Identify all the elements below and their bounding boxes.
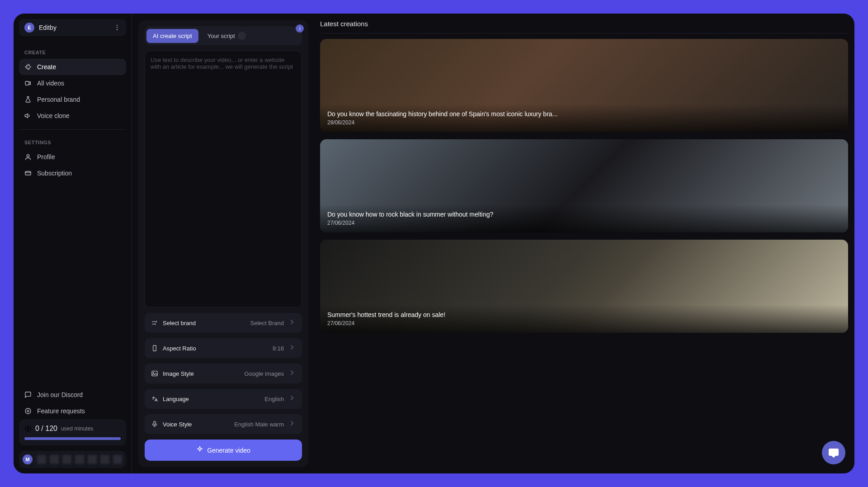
app-window: E Editby CREATE Create All videos Person… [14,14,854,473]
creation-card[interactable]: Do you know the fascinating history behi… [320,39,848,132]
creation-date: 28/06/2024 [327,119,841,126]
nav-label: Subscription [37,170,72,177]
chevron-right-icon [288,369,296,378]
video-icon [24,80,32,87]
option-voice-style[interactable]: Voice Style English Male warm [145,414,302,434]
sparkle-icon [24,63,32,71]
translate-icon [151,395,158,402]
info-icon[interactable]: i [296,24,304,33]
svg-rect-11 [154,421,156,425]
svg-point-0 [117,25,117,26]
creation-title: Do you know the fascinating history behi… [327,110,841,118]
usage-label: used minutes [61,426,93,432]
option-label: Language [163,396,260,402]
creation-card[interactable]: Summer's hottest trend is already on sal… [320,240,848,333]
user-menu[interactable]: M [19,451,126,468]
phone-icon [151,345,158,352]
chevron-right-icon [288,420,296,429]
plus-circle-icon [24,407,32,415]
usage-meter: 0 / 120 used minutes [19,419,126,445]
script-tabs: AI create script Your script i [145,26,302,45]
chat-fab[interactable] [822,441,845,464]
tab-ai-script[interactable]: AI create script [146,29,198,43]
option-aspect-ratio[interactable]: Aspect Ratio 9:16 [145,338,302,358]
tab-badge [238,32,246,40]
script-textarea[interactable] [145,51,302,307]
chevron-right-icon [288,344,296,353]
divider [19,129,126,130]
sidebar: E Editby CREATE Create All videos Person… [14,14,132,473]
option-image-style[interactable]: Image Style Google images [145,364,302,383]
svg-point-10 [153,372,154,373]
workspace-avatar: E [24,23,34,33]
latest-creations-header: Latest creations [320,20,848,33]
nav-create[interactable]: Create [19,59,126,75]
creations-list: Do you know the fascinating history behi… [320,39,848,467]
usage-count: 0 / 120 [35,425,57,433]
option-value: English Male warm [234,421,284,428]
image-icon [151,370,158,377]
creation-date: 27/06/2024 [327,220,841,226]
svg-rect-3 [25,81,29,85]
sparkle-icon [196,446,203,454]
user-avatar: M [23,454,33,464]
creation-date: 27/06/2024 [327,320,841,326]
option-value: Select Brand [250,320,284,326]
button-label: Generate video [207,447,250,454]
svg-rect-9 [152,371,157,376]
nav-subscription[interactable]: Subscription [19,165,126,181]
nav-personal-brand[interactable]: Personal brand [19,91,126,108]
option-brand[interactable]: Select brand Select Brand [145,313,302,333]
nav-all-videos[interactable]: All videos [19,75,126,91]
nav-label: Personal brand [37,96,80,103]
tab-your-script[interactable]: Your script [201,28,252,43]
svg-point-4 [27,155,29,157]
main-content: AI create script Your script i Select br… [132,14,854,473]
section-create-label: CREATE [19,45,126,59]
latest-creations-panel: Latest creations Do you know the fascina… [320,20,848,467]
chevron-right-icon [288,318,296,327]
nav-label: Join our Discord [37,391,83,398]
more-icon[interactable] [113,24,121,31]
section-settings-label: SETTINGS [19,135,126,149]
svg-rect-8 [153,345,156,351]
nav-feature-requests[interactable]: Feature requests [19,403,126,419]
workspace-name: Editby [39,24,109,31]
nav-discord[interactable]: Join our Discord [19,387,126,403]
creation-title: Do you know how to rock black in summer … [327,211,841,218]
option-value: Google images [245,370,284,377]
nav-label: Voice clone [37,112,70,119]
creation-title: Summer's hottest trend is already on sal… [327,311,841,318]
nav-profile[interactable]: Profile [19,149,126,165]
creation-card[interactable]: Do you know how to rock black in summer … [320,139,848,232]
speaker-icon [24,112,32,119]
option-language[interactable]: Language English [145,389,302,409]
chevron-right-icon [288,394,296,403]
nav-label: Profile [37,153,55,161]
option-value: 9:16 [273,345,284,352]
user-name-blurred [37,455,123,464]
option-value: English [264,396,284,402]
nav-label: Feature requests [37,407,85,415]
workspace-switcher[interactable]: E Editby [19,19,126,36]
sliders-icon [151,319,158,326]
svg-rect-5 [25,171,31,175]
mic-icon [151,421,158,428]
chat-icon [24,391,32,398]
nav-label: Create [37,63,56,71]
option-label: Voice Style [163,421,230,428]
option-label: Image Style [163,370,240,377]
generate-video-button[interactable]: Generate video [145,440,302,461]
create-panel: AI create script Your script i Select br… [138,20,308,467]
card-icon [24,170,32,177]
svg-point-1 [117,27,117,28]
svg-point-2 [117,29,117,30]
play-circle-icon [24,425,32,432]
tab-label: Your script [208,33,235,39]
flask-icon [24,96,32,103]
option-label: Aspect Ratio [163,345,268,352]
option-label: Select brand [163,320,246,326]
svg-point-7 [25,426,31,431]
nav-voice-clone[interactable]: Voice clone [19,108,126,124]
user-icon [24,153,32,161]
